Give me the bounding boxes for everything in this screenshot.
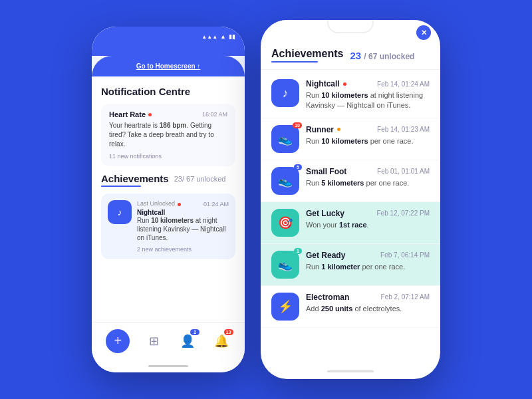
electroman-name-row: Electroman Feb 2, 07:12 AM: [306, 293, 430, 302]
achievement-row-getready: 👟 1 Get Ready Feb 7, 06:14 PM Run 1 kilo…: [261, 244, 440, 286]
runner-name: Runner: [306, 125, 334, 134]
grid-nav-button[interactable]: ⊞: [145, 332, 164, 350]
achievement-row-runner: 👟 10 Runner Feb 14, 01:23 AM Run 10 kilo…: [261, 118, 440, 160]
achievement-row-smallfoot: 👟 5 Small Foot Feb 01, 01:01 AM Run 5 ki…: [261, 160, 440, 202]
runner-icon: 👟 10: [271, 125, 299, 153]
smallfoot-name-row: Small Foot Feb 01, 01:01 AM: [306, 167, 430, 176]
getlucky-desc: Won your 1st race.: [306, 220, 430, 230]
runner-desc: Run 10 kilometers per one race.: [306, 136, 430, 146]
getready-desc: Run 1 kilometer per one race.: [306, 262, 430, 272]
nightcall-name: Nightcall: [306, 79, 340, 88]
right-home-line: [327, 370, 374, 372]
grid-icon: ⊞: [149, 334, 159, 348]
right-notch-area: ✕: [261, 20, 440, 44]
achievements-underline: [101, 186, 141, 187]
getready-name: Get Ready: [306, 251, 345, 260]
nightcall-desc: Run 10 kilometers at night listening Kav…: [137, 216, 229, 242]
runner-badge: 10: [293, 122, 302, 128]
heart-rate-card: Heart Rate 16:02 AM Your heartrate is 18…: [101, 104, 235, 166]
right-total: / 67 unlocked: [364, 52, 414, 61]
nightcall-dot: [343, 82, 346, 86]
left-content: Notification Centre Heart Rate 16:02 AM …: [92, 76, 245, 322]
achievement-info: Last Unlocked 01:24 AM Nightcall Run 10 …: [137, 200, 229, 253]
nightcall-desc: Run 10 kilometers at night listening Kav…: [306, 90, 430, 111]
heart-rate-body: Your heartrate is 186 bpm. Getting tired…: [109, 121, 227, 149]
heart-rate-dot: [148, 113, 152, 116]
getready-icon: 👟 1: [271, 251, 299, 279]
nightcall-name-row: Nightcall Feb 14, 01:24 AM: [306, 79, 430, 88]
go-to-homescreen-button[interactable]: Go to Homescreen ↑: [92, 56, 245, 76]
heart-rate-header: Heart Rate 16:02 AM: [109, 110, 227, 118]
getlucky-details: Get Lucky Feb 12, 07:22 PM Won your 1st …: [306, 209, 430, 230]
wifi-icon: ▲: [220, 33, 226, 40]
bottom-nav: + ⊞ 👤 2 🔔 13: [92, 322, 245, 359]
smallfoot-date: Feb 01, 01:01 AM: [377, 168, 430, 175]
electroman-details: Electroman Feb 2, 07:12 AM Add 250 units…: [306, 293, 430, 314]
last-unlocked-label: Last Unlocked: [137, 200, 175, 207]
bell-icon: 🔔: [214, 334, 229, 348]
left-notch: [148, 27, 188, 37]
getready-name-row: Get Ready Feb 7, 06:14 PM: [306, 251, 430, 260]
nightcall-details: Nightcall Feb 14, 01:24 AM Run 10 kilome…: [306, 79, 430, 111]
getready-details: Get Ready Feb 7, 06:14 PM Run 1 kilomete…: [306, 251, 430, 272]
right-home-indicator: [261, 363, 440, 379]
achievements-section: Achievements 23/ 67 unlocked: [101, 173, 235, 187]
achievement-row-getlucky: 🎯 Get Lucky Feb 12, 07:22 PM Won your 1s…: [261, 202, 440, 244]
getready-date: Feb 7, 06:14 PM: [380, 251, 430, 259]
person-icon: 👤: [180, 334, 195, 348]
left-phone: ▲▲▲ ▲ ▮▮ Go to Homescreen ↑ Notification…: [92, 27, 245, 372]
achievements-label: Achievements: [101, 173, 169, 184]
getlucky-icon: 🎯: [271, 209, 299, 237]
smallfoot-name: Small Foot: [306, 167, 346, 176]
runner-name-row: Runner Feb 14, 01:23 AM: [306, 125, 430, 134]
bell-badge: 13: [224, 329, 233, 335]
electroman-desc: Add 250 units of electrolytes.: [306, 304, 430, 314]
smallfoot-icon: 👟 5: [271, 167, 299, 195]
getlucky-name: Get Lucky: [306, 209, 344, 218]
person-nav-button[interactable]: 👤 2: [178, 332, 197, 350]
home-line: [148, 365, 188, 367]
battery-icon: ▮▮: [229, 33, 235, 40]
heart-rate-footer: 11 new notifications: [109, 153, 227, 160]
status-bar: ▲▲▲ ▲ ▮▮: [192, 33, 245, 40]
getlucky-date: Feb 12, 07:22 PM: [377, 209, 430, 217]
achievement-card: ♪ Last Unlocked 01:24 AM Nightcall Run 1…: [101, 194, 235, 259]
person-badge: 2: [190, 329, 200, 335]
add-button[interactable]: +: [106, 329, 130, 353]
phones-container: ▲▲▲ ▲ ▮▮ Go to Homescreen ↑ Notification…: [92, 20, 440, 379]
achievements-header: Achievements 23/ 67 unlocked: [101, 173, 235, 184]
achievements-count: 23/ 67 unlocked: [174, 174, 226, 184]
left-notch-bar: ▲▲▲ ▲ ▮▮: [92, 27, 245, 56]
right-notch: [327, 20, 374, 33]
nightcall-icon: ♪: [271, 79, 299, 107]
right-header: Achievements 23 / 67 unlocked: [261, 44, 440, 70]
header-underline: [271, 61, 318, 63]
right-count: 23 / 67 unlocked: [350, 50, 415, 61]
achievement-name-row: Last Unlocked 01:24 AM: [137, 200, 229, 208]
home-indicator: [92, 359, 245, 372]
right-phone: ✕ Achievements 23 / 67 unlocked ♪ Nightc…: [261, 20, 440, 379]
getlucky-name-row: Get Lucky Feb 12, 07:22 PM: [306, 209, 430, 218]
achievement-row-electroman: ⚡ Electroman Feb 2, 07:12 AM Add 250 uni…: [261, 286, 440, 328]
right-title-block: Achievements: [271, 48, 344, 63]
nightcall-date: Feb 14, 01:24 AM: [377, 80, 430, 88]
electroman-icon: ⚡: [271, 293, 299, 321]
signal-icon: ▲▲▲: [201, 34, 217, 40]
achievement-row-nightcall: ♪ Nightcall Feb 14, 01:24 AM Run 10 kilo…: [261, 72, 440, 118]
homescreen-label: Go to Homescreen ↑: [136, 63, 201, 70]
close-button[interactable]: ✕: [416, 25, 431, 40]
right-content: ♪ Nightcall Feb 14, 01:24 AM Run 10 kilo…: [261, 70, 440, 363]
smallfoot-details: Small Foot Feb 01, 01:01 AM Run 5 kilome…: [306, 167, 430, 188]
last-unlocked-time: 01:24 AM: [203, 201, 229, 207]
runner-details: Runner Feb 14, 01:23 AM Run 10 kilometer…: [306, 125, 430, 146]
electroman-name: Electroman: [306, 293, 349, 302]
runner-date: Feb 14, 01:23 AM: [377, 126, 430, 133]
bell-nav-button[interactable]: 🔔 13: [212, 332, 231, 350]
achievement-dot: [178, 203, 181, 206]
achievement-name-nightcall: Nightcall: [137, 209, 229, 216]
right-title: Achievements: [271, 48, 344, 59]
heart-rate-label: Heart Rate: [109, 110, 152, 118]
notification-centre-title: Notification Centre: [101, 86, 235, 97]
getready-badge: 1: [294, 248, 302, 254]
smallfoot-badge: 5: [294, 164, 302, 170]
